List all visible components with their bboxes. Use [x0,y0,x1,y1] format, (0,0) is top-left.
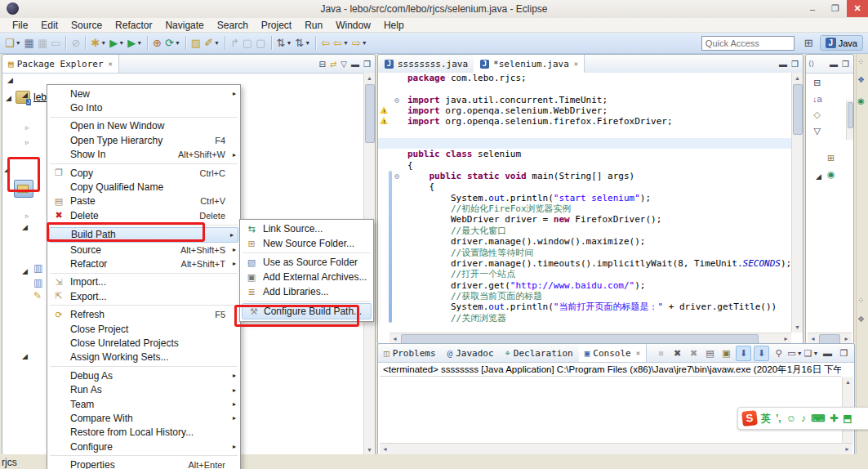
fast-view-icon[interactable]: ❖ [857,75,865,84]
menu-item-go-into[interactable]: Go Into [47,100,240,114]
clear-console-button[interactable]: ▤ [703,346,717,360]
menu-item-team[interactable]: Team▸ [47,397,240,411]
next-annotation-button[interactable]: ▢ [241,35,254,51]
show-on-stdout-button[interactable]: ⬇ [736,346,751,361]
ime-emoji-icon[interactable]: ☺ [786,413,796,424]
menu-edit[interactable]: Edit [34,20,65,31]
tree-expand-icon[interactable]: ◢ [7,76,13,84]
external-tools-button[interactable]: ✱▼ [89,35,108,51]
maximize-button[interactable]: ❐ [837,346,851,360]
open-console-button[interactable]: ❏▼ [804,346,818,360]
menu-item-compare-with[interactable]: Compare With▸ [47,411,240,425]
menu-item-add-libraries[interactable]: ≣Add Libraries... [240,284,373,299]
tree-expand-icon[interactable]: ◢ [22,91,28,99]
menu-help[interactable]: Help [377,20,411,31]
tree-expand-icon[interactable]: ◢ [6,94,11,102]
ime-skin-icon[interactable]: ⬒ [843,413,852,424]
tree-expand-icon[interactable]: ◢ [816,172,821,181]
menu-item-assign-working-sets[interactable]: Assign Working Sets... [47,351,240,364]
outline-hscroll[interactable]: ◂ ▸ [808,333,852,344]
menu-item-close-unrelated-projects[interactable]: Close Unrelated Projects [47,336,240,350]
show-on-stderr-button[interactable]: ⬇ [754,346,769,361]
menu-item-configure-build-path[interactable]: ⚒Configure Build Path... [242,303,372,319]
menu-item-copy-qualified-name[interactable]: Copy Qualified Name [47,180,240,194]
package-explorer-close-icon[interactable]: ✕ [109,60,113,68]
ime-punctuation-icon[interactable]: ’, [776,413,781,424]
fast-view-icon[interactable]: ❖ [857,315,865,324]
tree-expand-icon[interactable]: ◢ [22,223,28,231]
remove-all-terminated-button[interactable]: ✖ [687,346,701,360]
minimize-icon[interactable]: ▬ [830,60,838,69]
terminate-button[interactable]: ■ [654,346,668,360]
quick-access-input[interactable] [701,36,795,51]
collapse-all-icon[interactable]: ⊟ [813,78,821,88]
editor-hscroll[interactable]: ◂ ▸ [389,333,791,344]
save-button[interactable]: ▦ [23,35,36,51]
outline-vscroll[interactable] [846,100,853,140]
run-last-button[interactable]: ▶▼ [126,35,144,51]
tree-expand-icon[interactable]: ▹ [25,212,29,220]
maximize-icon[interactable]: ❐ [791,60,799,69]
menu-search[interactable]: Search [211,20,255,31]
prev-annotation-button[interactable]: ▢ [254,35,267,51]
link-with-editor-icon[interactable]: ⇄ [330,60,336,69]
ime-soft-keyboard-icon[interactable]: ⌨ [811,413,825,424]
view-menu-icon[interactable]: ▽ [341,60,347,69]
new-java-element-button[interactable]: ▨ [189,35,203,51]
package-explorer-tab[interactable]: ▤ Package Explorer ✕ [2,55,119,73]
maximize-icon[interactable]: ❐ [363,60,371,69]
menu-item-delete[interactable]: ✖DeleteDelete [47,208,240,222]
minimize-button[interactable]: – [801,0,824,17]
scroll-lock-button[interactable]: ▣ [719,346,733,360]
menu-item-use-as-source-folder[interactable]: ▧Use as Source Folder [240,255,373,270]
java-perspective-button[interactable]: J Java [820,35,863,51]
tree-expand-icon[interactable]: ◢ [22,352,28,360]
maximize-icon[interactable]: ❐ [842,60,849,69]
save-all-button[interactable]: ▦ [36,35,49,51]
menu-item-import[interactable]: ⇲Import... [47,275,240,289]
fold-collapse-icon[interactable]: ⊖ [394,95,399,105]
new-wizard-button[interactable]: ❑▼ [3,35,23,51]
menu-item-debug-as[interactable]: Debug As▸ [47,368,240,382]
menu-item-export[interactable]: ⇱Export... [47,289,240,303]
menu-window[interactable]: Window [329,20,377,31]
toggle-block-selection-button[interactable]: ⇅▼ [293,35,312,51]
coverage-button[interactable]: ⊕ [151,35,163,51]
outline-item-package-declaration[interactable]: ⊞ [827,153,835,163]
remove-launch-button[interactable]: ✖ [670,346,684,360]
menu-item-copy[interactable]: ❐CopyCtrl+C [47,166,240,180]
menu-item-show-in[interactable]: Show InAlt+Shift+W▸ [47,148,240,162]
print-button[interactable]: ▭ [49,35,62,51]
fold-collapse-icon[interactable]: ⊖ [394,171,399,181]
tree-expand-icon[interactable]: ▹ [25,138,29,146]
ime-lang-english-icon[interactable]: 英 [761,412,771,426]
display-console-button[interactable]: ▭▼ [788,346,802,360]
skip-all-breakpoints-button[interactable]: ⊘ [69,35,82,51]
editor-tab-ssssssss-java[interactable]: Jssssssss.java [378,55,474,73]
fast-view-icon[interactable]: ◉ [857,96,865,105]
menu-item-build-path[interactable]: Build Path▸ [49,227,238,243]
menu-item-refactor[interactable]: RefactorAlt+Shift+T▸ [47,257,240,270]
sort-icon[interactable]: ↓a [812,94,822,104]
last-edit-location-button[interactable]: ↱ [229,35,241,51]
update-button[interactable]: ⟳▼ [163,35,182,51]
minimize-button[interactable]: ▬ [821,346,835,360]
menu-item-refresh[interactable]: ⟳RefreshF5 [47,307,240,321]
menu-item-new-source-folder[interactable]: ⊞New Source Folder... [240,236,373,251]
outline-item-class-selenium[interactable]: ◉ [827,169,835,180]
editor-code-area[interactable]: package com.lebo.rjcs;⊖import java.util.… [378,73,791,333]
menu-item-open-type-hierarchy[interactable]: Open Type HierarchyF4 [47,133,240,147]
menu-source[interactable]: Source [65,20,109,31]
menu-item-link-source[interactable]: ⇆Link Source... [240,221,373,236]
ime-toolbox-icon[interactable]: ✚ [830,413,838,424]
menu-item-open-in-new-window[interactable]: Open in New Window [47,119,240,133]
run-button[interactable]: ▶▼ [108,35,126,51]
menu-run[interactable]: Run [298,20,329,31]
fast-view-icon[interactable]: ⁘ [857,57,864,66]
menu-item-configure[interactable]: Configure▸ [47,440,240,453]
console-tab-console[interactable]: ▣Console✕ [579,344,647,362]
toggle-mark-occurrences-button[interactable]: ⇅▼ [275,35,294,51]
console-tab-declaration[interactable]: ⌖Declaration [500,344,579,362]
minimize-icon[interactable]: ▬ [351,60,359,69]
menu-item-add-external-archives[interactable]: ▣Add External Archives... [240,270,373,284]
